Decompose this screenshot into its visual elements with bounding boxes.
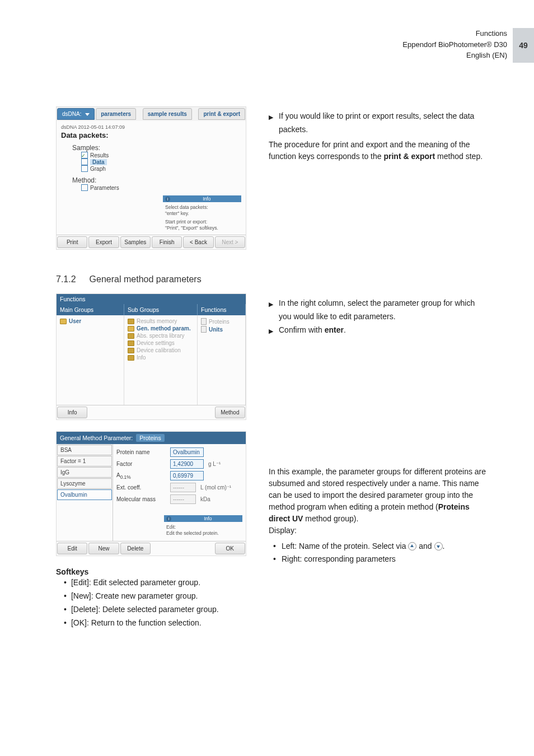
sub-device-settings[interactable]: Device settings [137, 340, 175, 346]
param-a01-label: A0.1% [116, 472, 166, 480]
section-num: 7.1.2 [56, 274, 76, 284]
header-line2: Eppendorf BioPhotometer® D30 [402, 39, 507, 50]
softkey-method[interactable]: Method [215, 407, 245, 418]
top-right-text: ▶ If you would like to print or export r… [269, 106, 489, 162]
step-confirm-enter: Confirm with enter. [279, 324, 346, 337]
softkeys-heading: Softkeys [56, 567, 246, 576]
checkbox-data[interactable] [81, 158, 88, 165]
header-line3: English (EN) [402, 50, 507, 61]
info-line4: "Print", "Export" softkeys. [165, 225, 239, 231]
param-ext-label: Ext. coeff. [116, 484, 166, 491]
gmp-softkey-ok[interactable]: OK [215, 543, 245, 554]
sub-gen-method[interactable]: Gen. method param. [137, 325, 191, 332]
section-title: General method parameters [90, 274, 202, 284]
softkey-desc-edit: [Edit]: Edit selected parameter group. [71, 578, 200, 587]
col-main-groups: Main Groups [57, 304, 124, 315]
graph-item: Graph [90, 166, 106, 172]
param-ext-value[interactable]: ------ [170, 483, 196, 492]
gmp-softkey-new[interactable]: New [88, 543, 119, 554]
param-factor-value[interactable]: 1,42900 [170, 459, 204, 469]
col-sub-groups: Sub Groups [124, 304, 198, 315]
param-name-value[interactable]: Ovalbumin [170, 447, 204, 457]
softkeys-description: [Edit]: Edit selected parameter group. [… [56, 576, 246, 629]
sub-info[interactable]: Info [137, 354, 146, 361]
folder-icon [128, 333, 134, 339]
data-packets-label: Data packets: [61, 131, 241, 139]
softkey-print[interactable]: Print [57, 236, 87, 248]
sub-results-memory[interactable]: Results memory [137, 318, 177, 324]
proc-text-c: method step. [435, 152, 483, 161]
functions-screenshot: Functions Main Groups Sub Groups Functio… [56, 293, 246, 420]
functions-columns-header: Main Groups Sub Groups Functions [57, 304, 246, 315]
protein-lysozyme[interactable]: Lysozyme [57, 478, 112, 489]
display-label: Display: [269, 525, 489, 536]
tab-parameters[interactable]: parameters [96, 108, 136, 120]
data-item: Data [90, 159, 107, 165]
info-icon: i [165, 197, 170, 202]
checkbox-parameters[interactable] [81, 184, 88, 191]
page-number: 49 [519, 41, 528, 50]
param-mm-label: Molecular mass [116, 496, 166, 502]
display-right-line: Right: corresponding parameters [273, 553, 489, 566]
softkey-finish[interactable]: Finish [152, 236, 182, 248]
tab-print-export[interactable]: print & export [198, 108, 245, 120]
protein-bsa[interactable]: BSA [57, 445, 112, 455]
param-mm-unit: kDa [200, 496, 210, 502]
param-a01-value[interactable]: 0,69979 [170, 471, 204, 480]
print-export-screenshot: dsDNA: parameters sample results print &… [56, 106, 246, 250]
method-label: Method: [72, 176, 96, 184]
checkbox-results[interactable] [81, 152, 88, 158]
checkbox-graph[interactable] [81, 165, 88, 172]
triangle-bullet-icon: ▶ [269, 297, 273, 324]
gmp-screenshot: General Method Parameter: Proteins BSA F… [56, 431, 246, 556]
sub-abs-spectra[interactable]: Abs. spectra library [137, 333, 185, 339]
gmp-softkey-delete[interactable]: Delete [120, 543, 151, 554]
param-mm-value[interactable]: ------ [170, 494, 196, 504]
protein-params: Protein name Ovalbumin Factor 1,42900 g … [113, 444, 246, 541]
param-ext-unit: L (mol cm)⁻¹ [200, 484, 231, 491]
page-number-badge: 49 [513, 28, 534, 63]
protein-factor1[interactable]: Factor = 1 [57, 456, 112, 466]
section-712-heading: 7.1.2 General method parameters [56, 274, 489, 284]
param-factor-label: Factor [116, 461, 166, 467]
gmp-softkey-edit[interactable]: Edit [57, 543, 87, 554]
gmp-explanation: In this example, the parameter groups fo… [269, 466, 489, 525]
gmp-title-tag: Proteins [136, 434, 165, 442]
gmp-title-text: General Method Parameter: [60, 435, 133, 441]
softkey-next[interactable]: Next > [215, 236, 245, 248]
softkey-info[interactable]: Info [57, 407, 87, 418]
gmp-info-header: Info [174, 516, 242, 521]
info-line3: Start print or export: [165, 219, 239, 225]
softkey-desc-delete: [Delete]: Delete selected parameter grou… [71, 605, 219, 614]
softkey-back[interactable]: < Back [183, 236, 213, 248]
info-line1: Select data packets: [165, 204, 239, 211]
folder-icon [128, 348, 134, 353]
main-user[interactable]: User [69, 318, 81, 324]
triangle-bullet-icon: ▶ [269, 324, 273, 337]
protein-igg[interactable]: IgG [57, 467, 112, 478]
page-header: Functions Eppendorf BioPhotometer® D30 E… [402, 28, 507, 61]
tab-row: dsDNA: parameters sample results print &… [57, 107, 246, 121]
proc-text-b: print & export [383, 152, 435, 161]
tab-method-name[interactable]: dsDNA: [57, 108, 95, 120]
samples-label: Samples: [72, 144, 100, 152]
sub-device-calibration[interactable]: Device calibration [137, 347, 181, 353]
softkey-desc-new: [New]: Create new parameter group. [71, 591, 198, 600]
softkey-samples[interactable]: Samples [120, 236, 151, 248]
func-proteins[interactable]: Proteins [209, 319, 229, 325]
softkey-desc-ok: [OK]: Return to the function selection. [71, 618, 202, 627]
softkey-export[interactable]: Export [88, 236, 119, 248]
folder-icon [60, 319, 67, 324]
info-line2: "enter" key. [165, 211, 239, 217]
tab-sample-results[interactable]: sample results [143, 108, 192, 120]
protein-ovalbumin[interactable]: Ovalbumin [57, 489, 112, 500]
param-name-label: Protein name [116, 449, 166, 455]
gmp-info-line2: Edit the selected protein. [166, 530, 240, 536]
folder-icon [128, 326, 134, 332]
document-icon [201, 326, 207, 333]
gmp-info-box: i Info Edit: Edit the selected protein. [164, 515, 242, 539]
results-item: Results [90, 152, 109, 158]
folder-icon [128, 355, 134, 361]
func-units[interactable]: Units [209, 326, 223, 333]
parameters-item: Parameters [90, 185, 119, 191]
